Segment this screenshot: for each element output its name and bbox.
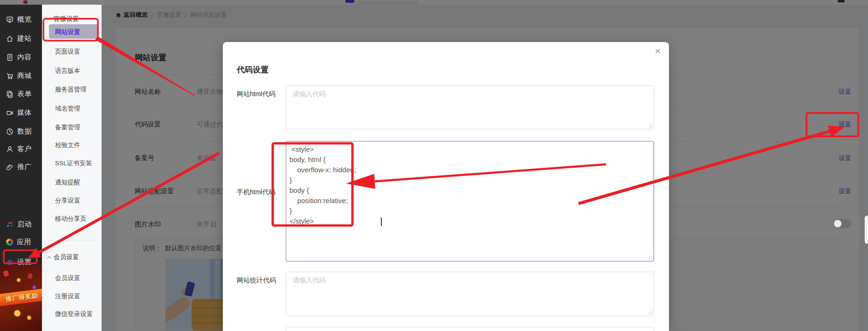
promo-ribbon: 推广得奖励 xyxy=(0,288,42,306)
sidebar-item-label: 客户 xyxy=(17,145,32,154)
submenu-group-member-settings[interactable]: 会员设置 xyxy=(47,253,79,261)
submenu-group-label: 官微设置 xyxy=(54,15,79,23)
customer-icon xyxy=(6,146,14,153)
sidebar-item-label: 数据 xyxy=(17,127,32,136)
submenu-item-ssl-install[interactable]: SSL证书安装 xyxy=(55,159,92,168)
submenu-item-share-settings[interactable]: 分享设置 xyxy=(55,197,80,205)
apps-icon xyxy=(6,239,13,246)
site-html-code-textarea[interactable]: 请输入代码 xyxy=(286,85,654,129)
secondary-sidebar: 官微设置 网站设置 页面设置 语言版本 服务器管理 域名管理 备案管理 校验文件… xyxy=(42,5,102,331)
mall-icon xyxy=(6,72,14,80)
sidebar-item-launch[interactable]: 启动 xyxy=(6,220,32,229)
sidebar-item-build-site[interactable]: 建站 xyxy=(6,34,32,43)
sidebar-item-label: 内容 xyxy=(17,53,32,62)
floating-side-widget[interactable] xyxy=(865,216,868,244)
launch-icon xyxy=(6,221,14,228)
code-text: <style> body, html { overflow-x: hidden;… xyxy=(289,144,356,226)
mobile-html-code-textarea[interactable]: <style> body, html { overflow-x: hidden;… xyxy=(286,141,654,261)
promo-coin xyxy=(27,316,31,320)
submenu-divider xyxy=(46,240,98,241)
sidebar-item-content[interactable]: 内容 xyxy=(6,53,32,62)
data-icon xyxy=(6,128,14,135)
placeholder-text: 请输入代码 xyxy=(293,276,325,285)
sidebar-item-apps[interactable]: 应用 xyxy=(6,238,31,246)
submenu-item-icp-management[interactable]: 备案管理 xyxy=(55,123,80,132)
sidebar-item-form[interactable]: 表单 xyxy=(6,90,32,99)
site-stats-code-textarea[interactable]: 请输入代码 xyxy=(286,272,654,316)
promo-confetti xyxy=(27,273,33,279)
sidebar-item-label: 概览 xyxy=(17,15,32,24)
submenu-group-label: 会员设置 xyxy=(54,253,79,261)
submenu-item-verify-file[interactable]: 校验文件 xyxy=(55,141,80,149)
extra-code-textarea[interactable] xyxy=(286,327,654,331)
submenu-item-member-settings[interactable]: 会员设置 xyxy=(55,274,80,282)
promo-confetti xyxy=(3,270,9,277)
modal-title: 代码设置 xyxy=(237,64,269,75)
toggle-knob xyxy=(834,220,841,227)
resize-grip-icon[interactable] xyxy=(648,124,653,128)
chevron-up-icon xyxy=(47,18,51,21)
content-icon xyxy=(6,54,14,61)
submenu-item-mobile-share-page[interactable]: 移动分享页 xyxy=(55,215,87,223)
sidebar-item-label: 建站 xyxy=(17,34,32,43)
placeholder-text: 请输入代码 xyxy=(293,90,325,99)
sidebar-item-label: 启动 xyxy=(17,220,32,229)
field-label-mobile-html: 手机html代码 xyxy=(237,188,284,197)
sidebar-item-label: 商城 xyxy=(17,71,32,80)
close-icon[interactable]: × xyxy=(652,45,664,57)
sidebar-item-label: 应用 xyxy=(17,238,31,246)
sidebar-item-label: 表单 xyxy=(17,90,32,99)
submenu-item-notify-reminder[interactable]: 通知提醒 xyxy=(55,178,80,187)
promo-banner[interactable]: 推广得奖励 xyxy=(0,265,42,331)
sidebar-item-mall[interactable]: 商城 xyxy=(6,71,32,80)
submenu-item-page-settings[interactable]: 页面设置 xyxy=(55,48,80,56)
media-icon xyxy=(6,109,14,117)
submenu-item-language-version[interactable]: 语言版本 xyxy=(55,67,80,75)
resize-grip-icon[interactable] xyxy=(648,256,653,260)
modal-overlay-top xyxy=(0,0,868,5)
image-watermark-toggle-off[interactable] xyxy=(833,219,852,228)
sidebar-item-promotion[interactable]: 推广 xyxy=(6,162,32,171)
promotion-icon xyxy=(6,163,14,171)
submenu-item-wechat-login-settings[interactable]: 微信登录设置 xyxy=(55,310,93,318)
overview-icon xyxy=(6,16,14,23)
code-settings-modal: × 代码设置 网站html代码 请输入代码 手机html代码 <style> b… xyxy=(223,42,669,331)
sidebar-item-label: 媒体 xyxy=(17,108,32,117)
promo-coin xyxy=(14,310,21,317)
text-cursor xyxy=(381,218,382,226)
field-label-site-html: 网站html代码 xyxy=(237,90,284,99)
sidebar-item-label: 推广 xyxy=(17,162,32,171)
sidebar-item-data[interactable]: 数据 xyxy=(6,127,32,136)
sidebar-item-overview[interactable]: 概览 xyxy=(6,15,32,24)
submenu-item-register-settings[interactable]: 注册设置 xyxy=(55,292,80,301)
submenu-item-domain-management[interactable]: 域名管理 xyxy=(55,105,80,113)
chevron-up-icon xyxy=(47,256,51,259)
submenu-item-site-settings[interactable]: 网站设置 xyxy=(55,28,80,36)
promo-confetti xyxy=(33,286,36,289)
submenu-group-weixin-settings[interactable]: 官微设置 xyxy=(47,15,79,23)
build-site-icon xyxy=(6,35,14,42)
field-label-site-stats: 网站统计代码 xyxy=(237,276,284,285)
sidebar-item-media[interactable]: 媒体 xyxy=(6,108,32,117)
promo-confetti xyxy=(17,278,21,282)
sidebar-item-customer[interactable]: 客户 xyxy=(6,145,32,154)
submenu-item-server-management[interactable]: 服务器管理 xyxy=(55,85,87,94)
form-icon xyxy=(6,91,14,98)
resize-grip-icon[interactable] xyxy=(648,310,653,315)
